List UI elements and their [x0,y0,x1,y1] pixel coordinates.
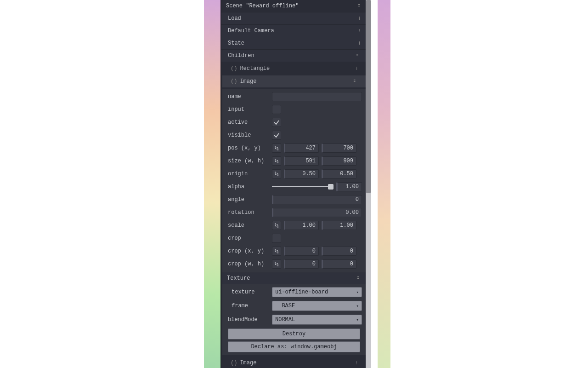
collapse-icon [356,53,360,58]
declare-button[interactable]: Declare as: window.gameobj [228,341,360,352]
pos-x-input[interactable] [284,144,319,153]
object-prefix-icon: () [231,65,237,72]
input-checkbox[interactable] [272,105,281,114]
crop-h-input[interactable] [322,259,356,269]
blend-mode-dropdown[interactable]: NORMAL ▾ [272,315,362,325]
texture-dropdown[interactable]: ui-offline-board ▾ [272,287,362,297]
angle-input[interactable] [272,195,362,204]
frame-dropdown[interactable]: __BASE ▾ [272,301,362,311]
expand-icon: ⁞ [356,360,357,366]
destroy-button[interactable]: Destroy [228,328,360,339]
section-state[interactable]: State ⁞ [221,37,367,49]
scale-x-input[interactable] [284,221,319,230]
property-block: name input active visible [222,89,366,355]
size-w-input[interactable] [284,156,319,166]
frame-row: frame __BASE ▾ [226,299,366,313]
link-icon [274,171,279,177]
expand-icon: ⁞ [359,40,360,46]
dropdown-arrow-icon: ▾ [356,317,359,322]
link-icon [274,145,279,151]
scene-title-row[interactable]: Scene "Reward_offline" [221,0,367,12]
prop-rotation-row: rotation [222,206,366,219]
visible-checkbox[interactable] [272,131,281,140]
prop-size-row: size (w, h) [222,155,366,167]
slider-thumb[interactable] [328,184,334,190]
expand-icon: ⁞ [356,66,357,71]
rotation-input[interactable] [272,208,362,217]
collapse-icon [353,79,357,84]
svg-point-7 [277,227,278,228]
prop-visible-row: visible [222,129,366,142]
collapse-icon [357,276,361,281]
dropdown-arrow-icon: ▾ [356,304,359,309]
gradient-strip-left [204,0,220,368]
gradient-strip-right [378,0,390,368]
pos-y-input[interactable] [322,144,356,153]
inspector-panel: Scene "Reward_offline" Load ⁞ Default Ca… [220,0,371,368]
scene-title: Scene "Reward_offline" [226,3,299,9]
section-default-camera[interactable]: Default Camera ⁞ [221,24,367,37]
prop-pos-row: pos (x, y) [222,142,366,155]
origin-y-input[interactable] [322,169,356,178]
prop-input-row: input [222,103,366,116]
link-icon [274,158,279,164]
svg-point-11 [277,265,278,266]
svg-point-3 [277,162,278,163]
prop-scale-row: scale [222,219,366,232]
origin-x-input[interactable] [284,169,319,178]
alpha-input[interactable] [336,182,362,191]
child-image-2[interactable]: ()Image ⁞ [222,357,366,368]
child-rectangle[interactable]: ()Rectangle ⁞ [222,63,366,75]
scale-y-input[interactable] [322,221,356,230]
prop-active-row: active [222,116,366,129]
crop-w-input[interactable] [284,259,319,269]
svg-point-10 [275,262,276,263]
dropdown-arrow-icon: ▾ [356,290,359,295]
link-crop-xy-button[interactable] [272,247,281,256]
scrollbar-thumb[interactable] [366,0,371,193]
prop-crop-xy-row: crop (x, y) [222,245,366,258]
svg-point-1 [277,150,278,150]
check-icon [273,119,280,126]
section-children[interactable]: Children [221,49,367,62]
child-image-selected[interactable]: ()Image [222,75,366,87]
texture-row: texture ui-offline-board ▾ [226,285,366,299]
name-input[interactable] [272,92,362,101]
link-origin-button[interactable] [272,169,281,178]
crop-checkbox[interactable] [272,234,281,243]
scrollbar[interactable] [366,0,371,368]
crop-y-input[interactable] [322,247,356,256]
object-prefix-icon: () [231,360,237,366]
blend-mode-row: blendMode NORMAL ▾ [222,313,366,327]
crop-x-input[interactable] [284,247,319,256]
svg-point-0 [275,146,276,147]
size-h-input[interactable] [322,156,356,166]
prop-crop-wh-row: crop (w, h) [222,258,366,270]
svg-point-2 [275,159,276,160]
prop-crop-row: crop [222,232,366,245]
link-icon [274,261,279,267]
prop-name-row: name [222,90,366,103]
section-load[interactable]: Load ⁞ [221,12,367,24]
svg-point-6 [275,223,276,224]
link-scale-button[interactable] [272,221,281,230]
check-icon [273,132,280,138]
svg-point-8 [275,249,276,250]
prop-origin-row: origin [222,167,366,180]
link-xy-button[interactable] [272,144,281,153]
link-crop-wh-button[interactable] [272,259,281,269]
svg-point-4 [275,172,276,172]
collapse-icon[interactable] [358,3,362,9]
prop-alpha-row: alpha [222,180,366,193]
link-icon [274,223,279,228]
link-icon [274,248,279,254]
svg-point-9 [277,253,278,253]
svg-point-5 [277,175,278,176]
texture-header[interactable]: Texture [222,272,366,284]
object-prefix-icon: () [231,78,237,85]
link-wh-button[interactable] [272,156,281,166]
prop-angle-row: angle [222,193,366,206]
expand-icon: ⁞ [359,28,360,34]
alpha-slider[interactable] [272,182,334,191]
active-checkbox[interactable] [272,118,281,127]
